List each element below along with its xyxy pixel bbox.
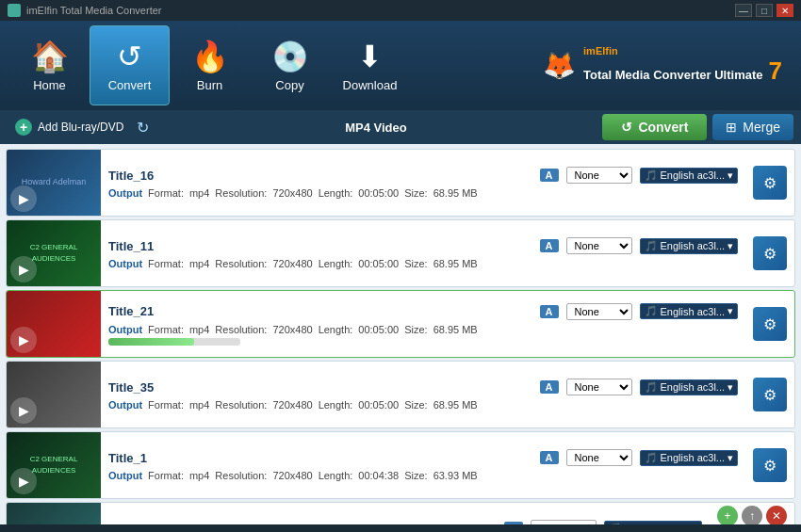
audio-select-title21[interactable]: 🎵English ac3l... ▾: [640, 303, 738, 319]
logo-area: 🦊 imElfin Total Media Converter Ultimate…: [543, 45, 792, 86]
audio-select-title11[interactable]: 🎵English ac3l... ▾: [640, 238, 738, 254]
subtitle-btn-title1[interactable]: A: [540, 451, 559, 464]
subtitle-btn-title11[interactable]: A: [540, 239, 559, 252]
media-item-title35: ▶Title_35ANone🎵English ac3l... ▾Output F…: [6, 361, 795, 428]
actions-title41: +↑✕⚙: [710, 503, 794, 524]
add-icon: +: [15, 119, 32, 136]
play-button-title16[interactable]: ▶: [10, 185, 37, 212]
len-key: Length:: [319, 324, 353, 335]
minimize-button[interactable]: —: [735, 4, 752, 17]
size-val-title11: 68.95 MB: [433, 258, 478, 269]
info-title35: Title_35ANone🎵English ac3l... ▾Output Fo…: [101, 362, 745, 427]
audio-select-title1[interactable]: 🎵English ac3l... ▾: [640, 450, 738, 466]
app-icon: [8, 4, 21, 17]
toolbar: 🏠 Home ↺ Convert 🔥 Burn 💿 Copy ⬇ Downloa…: [0, 21, 801, 110]
settings-icon-title11: ⚙: [763, 245, 776, 263]
subtitle-select-title41[interactable]: None: [531, 520, 597, 524]
format-val-title35: mp4: [189, 399, 209, 411]
maximize-button[interactable]: □: [756, 4, 773, 17]
download-label: Download: [343, 78, 398, 92]
subtitle-select-title11[interactable]: None: [566, 237, 632, 254]
subtitle-btn-title16[interactable]: A: [540, 169, 559, 182]
media-item-title21: ▶Title_21ANone🎵English ac3l... ▾Output F…: [6, 290, 795, 358]
play-button-title35[interactable]: ▶: [10, 397, 37, 424]
format-val-title21: mp4: [189, 324, 209, 335]
subtitle-btn-title21[interactable]: A: [540, 305, 559, 318]
toolbar-burn[interactable]: 🔥 Burn: [170, 25, 250, 105]
actions-title1: ⚙: [745, 432, 794, 498]
audio-select-title35[interactable]: 🎵English ac3l... ▾: [640, 379, 738, 395]
subtitle-select-title16[interactable]: None: [566, 167, 632, 184]
audio-note-icon: 🎵: [645, 305, 658, 317]
play-button-title1[interactable]: ▶: [10, 468, 37, 494]
small-actions-title41: +↑✕: [717, 506, 787, 524]
info-title21: Title_21ANone🎵English ac3l... ▾Output Fo…: [101, 291, 745, 357]
output-label-title16: Output: [108, 187, 142, 199]
settings-button-title1[interactable]: ⚙: [753, 448, 787, 482]
media-item-title11: C2 GENERAL AUDIENCES▶Title_11ANone🎵Engli…: [6, 219, 795, 287]
output-label-title35: Output: [108, 399, 142, 411]
format-val-title1: mp4: [189, 470, 209, 481]
audio-note-icon: 🎵: [609, 523, 622, 525]
audio-select-title16[interactable]: 🎵English ac3l... ▾: [640, 168, 738, 184]
actions-title11: ⚙: [745, 220, 794, 286]
toolbar-home[interactable]: 🏠 Home: [9, 25, 90, 105]
titlebar-controls[interactable]: — □ ✕: [735, 4, 793, 17]
thumb-title1: C2 GENERAL AUDIENCES▶: [7, 432, 101, 498]
format-key: Format:: [148, 324, 184, 335]
output-row-title35: Output Format: mp4 Resolution: 720x480 L…: [108, 399, 738, 411]
info-title41: Title_41ANone🎵English ac3l... ▾Output Fo…: [101, 503, 710, 524]
play-button-title21[interactable]: ▶: [10, 327, 37, 353]
output-row-title21: Output Format: mp4 Resolution: 720x480 L…: [108, 324, 738, 335]
size-key: Size:: [404, 399, 427, 411]
subtitle-select-title35[interactable]: None: [566, 379, 632, 395]
settings-button-title16[interactable]: ⚙: [753, 166, 787, 200]
convert-action-button[interactable]: ↺ Convert: [602, 114, 707, 140]
add-small-button-title41[interactable]: +: [717, 506, 738, 524]
logo-brand-top: imElfin: [583, 45, 782, 56]
toolbar-copy[interactable]: 💿 Copy: [250, 25, 330, 105]
title-title21: Title_21: [108, 304, 532, 318]
toolbar-convert[interactable]: ↺ Convert: [90, 25, 170, 105]
res-key: Resolution:: [215, 258, 267, 269]
format-key: Format:: [148, 258, 184, 269]
up-button-title41[interactable]: ↑: [742, 506, 762, 524]
thumb-title11: C2 GENERAL AUDIENCES▶: [7, 220, 101, 286]
title-title41: Title_41: [108, 522, 497, 525]
size-key: Size:: [404, 324, 427, 335]
burn-icon: 🔥: [191, 39, 229, 74]
audio-chevron-icon: ▾: [727, 305, 733, 317]
settings-button-title35[interactable]: ⚙: [753, 378, 787, 411]
refresh-icon[interactable]: ↻: [137, 119, 149, 137]
settings-icon-title21: ⚙: [763, 315, 776, 333]
audio-note-icon: 🎵: [645, 169, 658, 182]
add-blu-ray-button[interactable]: + Add Blu-ray/DVD: [8, 115, 131, 139]
subtitle-select-title21[interactable]: None: [566, 303, 632, 320]
audio-chevron-icon: ▾: [727, 452, 733, 464]
info-title11: Title_11ANone🎵English ac3l... ▾Output Fo…: [101, 220, 745, 286]
settings-button-title21[interactable]: ⚙: [753, 307, 787, 341]
audio-chevron-icon: ▾: [727, 240, 733, 252]
settings-button-title11[interactable]: ⚙: [753, 236, 787, 270]
subtitle-btn-title41[interactable]: A: [504, 522, 523, 524]
close-button[interactable]: ✕: [776, 4, 793, 17]
size-key: Size:: [404, 258, 427, 269]
settings-icon-title1: ⚙: [763, 457, 776, 475]
home-icon: 🏠: [31, 39, 69, 74]
merge-label: Merge: [743, 120, 780, 135]
progress-container-title21: [108, 338, 240, 346]
toolbar-download[interactable]: ⬇ Download: [330, 25, 410, 105]
actions-title21: ⚙: [745, 291, 794, 357]
title-title1: Title_1: [108, 451, 532, 465]
format-key: Format:: [148, 187, 184, 199]
settings-icon-title35: ⚙: [763, 386, 776, 404]
audio-select-title41[interactable]: 🎵English ac3l... ▾: [604, 521, 702, 525]
format-val-title16: mp4: [189, 187, 209, 199]
delete-button-title41[interactable]: ✕: [766, 506, 787, 524]
subtitle-select-title1[interactable]: None: [566, 449, 632, 466]
len-key: Length:: [319, 399, 353, 411]
size-val-title35: 68.95 MB: [433, 399, 478, 411]
play-button-title11[interactable]: ▶: [10, 256, 37, 282]
subtitle-btn-title35[interactable]: A: [540, 380, 559, 394]
merge-button[interactable]: ⊞ Merge: [712, 114, 793, 140]
